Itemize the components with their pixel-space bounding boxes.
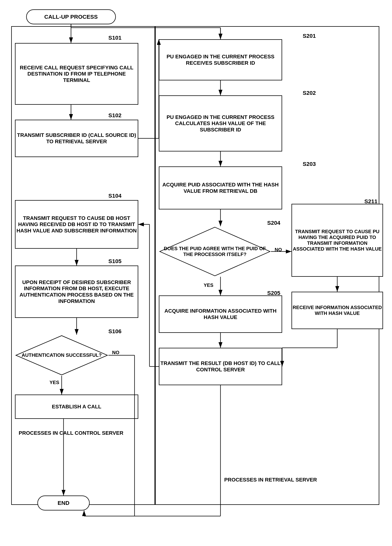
end-node: END <box>37 495 90 510</box>
step-s104-label: S104 <box>108 193 121 199</box>
step-s105: UPON RECEIPT OF DESIRED SUBSCRIBER INFOR… <box>15 266 138 318</box>
end-label: END <box>57 500 69 506</box>
step-s104: TRANSMIT REQUEST TO CAUSE DB HOST HAVING… <box>15 200 138 249</box>
step-s201: PU ENGAGED IN THE CURRENT PROCESS RECEIV… <box>159 39 282 80</box>
step-s204: DOES THE PUID AGREE WITH THE PUID OF THE… <box>159 226 271 277</box>
step-s106-text: AUTHENTICATION SUCCESSFUL? <box>22 352 102 358</box>
s106-no-label: NO <box>112 350 119 356</box>
step-s203: ACQUIRE PUID ASSOCIATED WITH THE HASH VA… <box>159 166 282 209</box>
step-s212: RECEIVE INFORMATION ASSOCIATED WITH HASH… <box>291 292 383 329</box>
right-section-label: PROCESSES IN RETRIEVAL SERVER <box>224 477 317 483</box>
step-s204-label: S204 <box>267 220 280 226</box>
step-s203-label: S203 <box>303 161 316 167</box>
step-s102: TRANSMIT SUBSCRIBER ID (CALL SOURCE ID) … <box>15 120 138 157</box>
step-s101: RECEIVE CALL REQUEST SPECIFYING CALL DES… <box>15 43 138 105</box>
diagram-container: CALL-UP PROCESS S101 RECEIVE CALL REQUES… <box>0 0 392 546</box>
step-s201-label: S201 <box>303 33 316 39</box>
step-s102-label: S102 <box>108 112 121 118</box>
step-s107: ESTABLISH A CALL <box>15 395 138 419</box>
start-label: CALL-UP PROCESS <box>44 13 98 20</box>
step-s105-label: S105 <box>108 258 121 264</box>
step-s205: ACQUIRE INFORMATION ASSOCIATED WITH HASH… <box>159 295 282 333</box>
s204-no-label: NO <box>275 247 282 253</box>
step-s106-label: S106 <box>108 328 121 335</box>
step-s101-label: S101 <box>108 35 121 41</box>
step-s206: TRANSMIT THE RESULT (DB HOST ID) TO CALL… <box>159 348 282 385</box>
left-section-label: PROCESSES IN CALL CONTROL SERVER <box>19 430 123 436</box>
step-s204-text: DOES THE PUID AGREE WITH THE PUID OF THE… <box>159 246 271 257</box>
step-s205-label: S205 <box>267 290 280 296</box>
step-s211: TRANSMIT REQUEST TO CAUSE PU HAVING THE … <box>291 204 383 277</box>
step-s202: PU ENGAGED IN THE CURRENT PROCESS CALCUL… <box>159 95 282 151</box>
step-s106: AUTHENTICATION SUCCESSFUL? <box>15 335 108 376</box>
start-node: CALL-UP PROCESS <box>26 9 116 24</box>
s106-yes-label: YES <box>50 380 59 385</box>
step-s202-label: S202 <box>303 90 316 96</box>
s204-yes-label: YES <box>204 282 213 288</box>
step-s211-label: S211 <box>364 198 377 205</box>
